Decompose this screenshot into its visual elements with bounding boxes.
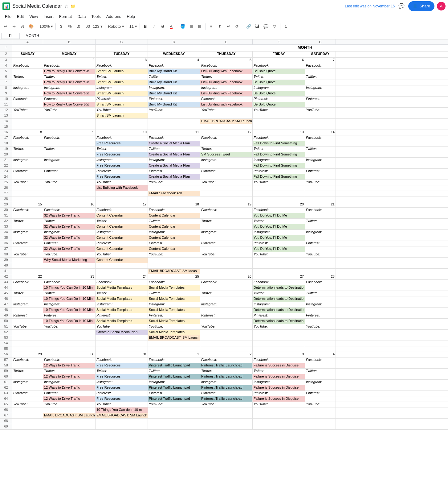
cell-b46[interactable]: 10 Things You Can Do in 10 Min [43,296,96,302]
cell-f18[interactable]: Fall Down to Find Something [253,141,305,146]
cell-d25[interactable]: YouTube: [148,180,200,185]
cell-a64[interactable] [12,396,43,402]
cell-e16[interactable]: 12 [200,130,253,135]
cell-a58[interactable] [12,363,43,368]
cell-f8[interactable]: Instagram: [253,85,305,91]
cell-b6[interactable]: Twitter: [43,74,96,80]
cell-a65[interactable]: YouTube: [12,402,43,407]
cell-d40[interactable] [148,263,200,268]
cell-a43[interactable]: Facebook: [12,280,43,285]
cell-a10[interactable]: Pinterest: [12,97,43,102]
cell-a1[interactable] [12,45,43,51]
cell-b28[interactable] [43,196,96,202]
cell-d6[interactable]: Twitter: [148,74,200,80]
cell-d21[interactable]: Instagram: [148,158,200,163]
cell-g9[interactable] [305,91,336,96]
cell-e61[interactable]: Instagram: [200,380,253,385]
cell-e48[interactable] [200,308,253,313]
cell-c49[interactable]: Pinterest: [96,313,148,318]
cell-e37[interactable] [200,246,253,252]
cell-b69[interactable] [43,424,96,429]
cell-c16[interactable]: 10 [96,130,148,135]
cell-d1-title[interactable]: MONTH [148,45,448,51]
cell-a59[interactable]: Twitter: [12,369,43,374]
cell-f3[interactable]: 6 [253,58,305,63]
cell-e14[interactable]: EMAIL BROADCAST: SM Launch [200,119,253,124]
cell-f15[interactable] [253,124,305,130]
cell-f60[interactable]: Failure is Success in Disguise [253,374,305,379]
cell-b43[interactable]: Facebook: [43,280,96,285]
cell-a32[interactable]: Twitter: [12,219,43,224]
cell-b59[interactable]: Twitter: [43,369,96,374]
cell-e54[interactable] [200,341,253,346]
align-left-button[interactable]: ≡ [207,23,215,31]
cell-c17[interactable]: Facebook: [96,135,148,141]
cell-g69[interactable] [305,424,336,429]
cell-f4[interactable]: Facebook: [253,63,305,68]
cell-d17[interactable]: Facebook: [148,135,200,141]
cell-d44[interactable]: Social Media Templates [148,285,200,291]
cell-e17[interactable]: Facebook: [200,135,253,141]
cell-e52[interactable] [200,330,253,335]
cell-c53[interactable] [96,335,148,341]
cell-f27[interactable] [253,191,305,196]
cell-b47[interactable]: Instagram: [43,302,96,307]
cell-c55[interactable] [96,346,148,352]
cell-g15[interactable] [305,124,336,130]
cell-g42[interactable]: 28 [305,274,336,279]
cell-d50[interactable]: Social Media Templates [148,319,200,324]
cell-c38[interactable]: YouTube: [96,252,148,257]
cell-d54[interactable] [148,341,200,346]
cell-g27[interactable] [305,191,336,196]
cell-d18[interactable]: Create a Social Media Plan [148,141,200,146]
cell-g68[interactable] [305,419,336,424]
cell-d12[interactable]: YouTube: [148,108,200,113]
col-header-a[interactable]: A [12,39,43,44]
cell-b21[interactable]: Instagram: [43,158,96,163]
decimal-increase-button[interactable]: .00 [83,23,91,31]
menu-format[interactable]: Format [57,14,74,19]
cell-d43[interactable]: Facebook: [148,280,200,285]
cell-e36[interactable]: Pinterest: [200,241,253,246]
cell-g29[interactable]: 21 [305,202,336,207]
cell-f2[interactable]: FRIDAY [253,52,305,57]
cell-c36[interactable]: Pinterest: [96,241,148,246]
cell-a38[interactable]: YouTube: [12,252,43,257]
col-header-b[interactable]: B [43,39,96,44]
cell-e24[interactable] [200,174,253,180]
cell-e60[interactable]: Pinterest Traffic Launchpad [200,374,253,379]
cell-d2[interactable]: WEDNESDAY [148,52,200,57]
cell-e44[interactable] [200,285,253,291]
cell-g43[interactable]: Facebook: [305,280,336,285]
cell-d24[interactable]: Create a Social Media Plan [148,174,200,180]
cell-c67[interactable]: EMAIL BROADCAST: SM Launch [96,413,148,418]
cell-c42[interactable]: 24 [96,274,148,279]
cell-d20[interactable]: Create a Social Media Plan [148,152,200,157]
cell-e35[interactable] [200,235,253,241]
cell-b14[interactable] [43,119,96,124]
menu-tools[interactable]: Tools [89,14,103,19]
cell-f24[interactable]: Fall Down to Find Something [253,174,305,180]
cell-g53[interactable] [305,335,336,341]
cell-a41[interactable] [12,269,43,274]
bold-button[interactable]: B [141,23,149,31]
cell-f23[interactable]: Pinterest: [253,169,305,174]
cell-e4[interactable]: Facebook: [200,63,253,68]
cell-a47[interactable]: Instagram: [12,302,43,307]
cell-c40[interactable] [96,263,148,268]
col-header-e[interactable]: E [200,39,253,44]
cell-d26[interactable] [148,185,200,191]
cell-d47[interactable]: Instagram: [148,302,200,307]
cell-e32[interactable]: Twitter: [200,219,253,224]
link-button[interactable]: 🔗 [245,23,253,31]
cell-e63[interactable]: Pinterest: [200,391,253,396]
cell-d48[interactable]: Social Media Templates [148,308,200,313]
cell-b12[interactable]: YouTube: [43,108,96,113]
cell-f22[interactable]: Fall Down to Find Something [253,163,305,168]
cell-a23[interactable]: Pinterest: [12,169,43,174]
cell-f42[interactable]: 27 [253,274,305,279]
cell-g14[interactable] [305,119,336,124]
cell-c69[interactable] [96,424,148,429]
cell-f40[interactable] [253,263,305,268]
cell-c52[interactable]: Create a Social Media Plan [96,330,148,335]
